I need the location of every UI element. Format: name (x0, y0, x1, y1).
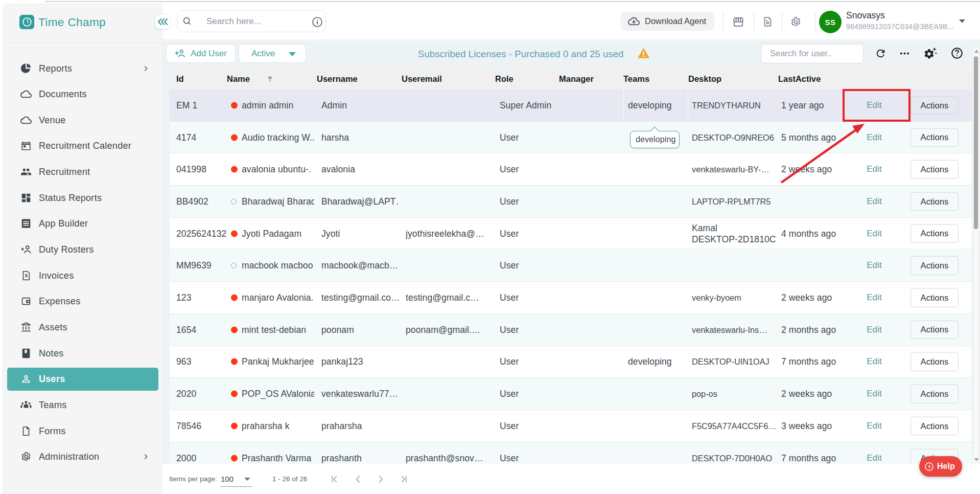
svg-text:?: ? (927, 463, 930, 469)
svg-text:$: $ (25, 273, 28, 278)
